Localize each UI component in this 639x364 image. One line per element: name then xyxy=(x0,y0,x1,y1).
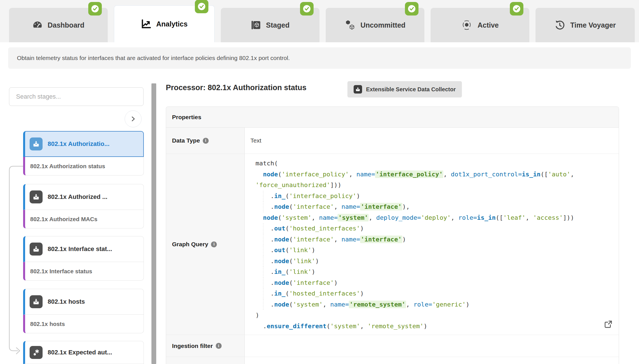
collector-icon xyxy=(30,243,43,256)
tab-label: Staged xyxy=(266,21,289,29)
stage-processor[interactable]: 802.1x Interface stat... xyxy=(23,236,144,262)
synced-check-badge xyxy=(88,2,102,15)
collector-icon xyxy=(354,85,362,94)
history-clock-icon xyxy=(554,20,565,30)
info-icon[interactable]: i xyxy=(211,241,217,247)
probe-description-text: Obtain telemetry status for interfaces t… xyxy=(17,55,290,61)
collector-icon xyxy=(30,190,43,203)
ingestion-filter-value xyxy=(245,335,619,357)
data-type-value: Text xyxy=(245,128,619,154)
stage-title: 802.1x Authorized ... xyxy=(48,193,107,201)
tab-dashboard[interactable]: Dashboard xyxy=(9,8,108,42)
processor-icon xyxy=(30,346,43,359)
info-icon[interactable]: i xyxy=(203,138,209,144)
graph-query-code: match( node('interface_policy', name='in… xyxy=(250,154,574,332)
stage-output-label: 802.1x Authorization status xyxy=(30,163,105,170)
ingestion-filter-label: Ingestion filter xyxy=(172,343,213,349)
graph-query-label: Graph Query xyxy=(172,241,208,248)
stage-output[interactable]: 802.1x Interface status xyxy=(23,262,144,281)
stage-card-authorized-macs[interactable]: 802.1x Authorized ... 802.1x Authorized … xyxy=(23,184,144,228)
tab-staged[interactable]: Staged xyxy=(221,8,320,42)
chevron-right-icon xyxy=(129,115,137,123)
tab-label: Active xyxy=(477,21,499,29)
synced-check-badge xyxy=(405,2,418,15)
graph-query-value: match( node('interface_policy', name='in… xyxy=(245,154,619,335)
tab-active[interactable]: Active xyxy=(431,8,529,42)
properties-panel: Properties Data Type i Text Graph Query … xyxy=(166,106,619,364)
tab-label: Dashboard xyxy=(48,21,85,29)
stage-output[interactable]: 802.1x hosts xyxy=(23,315,144,333)
property-row-partial xyxy=(166,357,619,364)
application-window: Dashboard Analytics xyxy=(0,0,639,364)
tab-label: Analytics xyxy=(156,20,188,28)
property-row-ingestion-filter: Ingestion filter i xyxy=(166,335,619,357)
synced-check-badge xyxy=(195,0,208,13)
data-type-label: Data Type xyxy=(172,137,200,144)
synced-check-badge xyxy=(510,2,523,15)
active-cube-icon xyxy=(461,19,472,31)
gauge-icon xyxy=(32,20,43,30)
search-stages-box xyxy=(9,87,144,106)
search-stages-input[interactable] xyxy=(9,87,144,106)
stage-card-hosts[interactable]: 802.1x hosts 802.1x hosts xyxy=(23,289,144,333)
staged-cube-icon xyxy=(251,20,261,30)
stage-output-label: 802.1x Interface status xyxy=(30,268,92,275)
stage-card-interface-status[interactable]: 802.1x Interface stat... 802.1x Interfac… xyxy=(23,236,144,281)
processor-page-title: Processor: 802.1x Authorization status xyxy=(166,83,307,92)
stage-output[interactable]: 802.1x Authorized MACs xyxy=(23,210,144,228)
expand-query-icon[interactable] xyxy=(604,320,612,329)
property-label-cell: Graph Query i xyxy=(166,154,245,335)
collector-icon xyxy=(30,137,43,150)
property-label-cell: Data Type i xyxy=(166,128,245,154)
collapse-sidebar-button[interactable] xyxy=(125,110,142,127)
analytics-icon xyxy=(141,19,151,29)
stage-output-label: 802.1x Authorized MACs xyxy=(30,216,97,223)
blueprint-tab-strip: Dashboard Analytics xyxy=(0,0,639,42)
tab-time-voyager[interactable]: Time Voyager xyxy=(536,8,635,42)
property-label-cell xyxy=(166,357,245,364)
stage-title: 802.1x Authorizatio... xyxy=(48,140,109,148)
collector-button-label: Extensible Service Data Collector xyxy=(366,86,456,93)
stage-card-expected-auth[interactable]: 802.1x Expected aut... xyxy=(23,341,144,364)
tab-label: Time Voyager xyxy=(570,21,616,29)
property-label-cell: Ingestion filter i xyxy=(166,335,245,357)
tab-uncommitted[interactable]: Uncommitted xyxy=(326,8,424,42)
stage-title: 802.1x Interface stat... xyxy=(48,245,112,253)
collector-icon xyxy=(30,295,43,308)
stage-processor[interactable]: 802.1x hosts xyxy=(23,289,144,315)
property-row-data-type: Data Type i Text xyxy=(166,128,619,154)
properties-title: Properties xyxy=(172,114,201,121)
stage-title: 802.1x hosts xyxy=(48,298,85,305)
stage-processor[interactable]: 802.1x Authorized ... xyxy=(23,184,144,210)
stage-output[interactable]: 802.1x Authorization status xyxy=(23,157,144,176)
property-row-graph-query: Graph Query i match( node('interface_pol… xyxy=(166,154,619,335)
sidebar-scrollbar[interactable] xyxy=(151,83,156,364)
stage-title: 802.1x Expected aut... xyxy=(48,349,112,356)
uncommitted-cubes-icon xyxy=(345,20,355,30)
extensible-service-data-collector-button[interactable]: Extensible Service Data Collector xyxy=(347,81,462,97)
probe-description-bar: Obtain telemetry status for interfaces t… xyxy=(8,47,631,69)
tab-analytics[interactable]: Analytics xyxy=(114,5,215,42)
tab-label: Uncommitted xyxy=(360,21,406,29)
stage-processor[interactable]: 802.1x Expected aut... xyxy=(23,341,144,364)
stage-card-authorization-status[interactable]: 802.1x Authorizatio... 802.1x Authorizat… xyxy=(23,131,144,176)
info-icon[interactable]: i xyxy=(216,343,222,349)
properties-panel-header: Properties xyxy=(166,107,619,128)
stage-processor[interactable]: 802.1x Authorizatio... xyxy=(23,131,144,157)
synced-check-badge xyxy=(300,2,314,15)
stage-output-label: 802.1x hosts xyxy=(30,321,65,327)
